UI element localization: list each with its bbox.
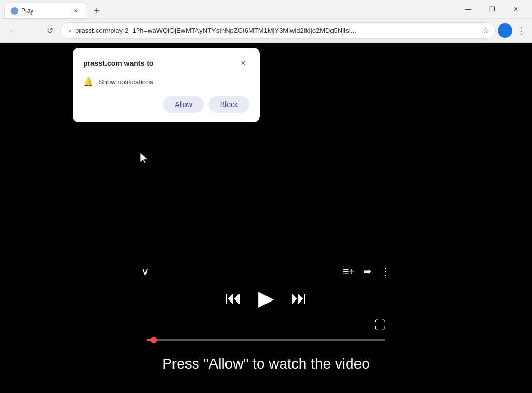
minimize-button[interactable]: — bbox=[456, 0, 480, 19]
profile-icon-label: 👤 bbox=[501, 27, 509, 34]
player-controls: ∨ ≡+ ➦ ⋮ ⏮ ▶ ⏭ ⛶ bbox=[0, 265, 532, 341]
block-button[interactable]: Block bbox=[209, 96, 249, 113]
back-button[interactable]: ← bbox=[4, 22, 21, 39]
maximize-button[interactable]: ❐ bbox=[480, 0, 504, 19]
play-button[interactable]: ▶ bbox=[258, 286, 274, 310]
top-controls: ∨ ≡+ ➦ ⋮ bbox=[141, 265, 391, 278]
browser-menu-button[interactable]: ⋮ bbox=[514, 23, 528, 38]
bell-icon: 🔔 bbox=[83, 77, 94, 87]
content-area: prasst.com wants to × 🔔 Show notificatio… bbox=[0, 43, 532, 393]
share-icon[interactable]: ➦ bbox=[363, 265, 372, 278]
new-tab-button[interactable]: + bbox=[89, 4, 104, 18]
popup-header: prasst.com wants to × bbox=[83, 57, 249, 70]
progress-area: ⛶ bbox=[147, 318, 385, 341]
skip-forward-button[interactable]: ⏭ bbox=[291, 289, 308, 308]
forward-button[interactable]: → bbox=[23, 22, 39, 39]
popup-buttons: Allow Block bbox=[83, 96, 249, 113]
more-options-icon[interactable]: ⋮ bbox=[380, 265, 391, 278]
permission-row: 🔔 Show notifications bbox=[83, 77, 249, 87]
browser-window: Play × + — ❐ ✕ ← → ↺ ⚬ prasst.com/play-2… bbox=[0, 0, 532, 393]
notification-popup: prasst.com wants to × 🔔 Show notificatio… bbox=[73, 48, 260, 122]
tab-favicon bbox=[11, 7, 18, 15]
skip-back-button[interactable]: ⏮ bbox=[225, 289, 242, 308]
queue-icon[interactable]: ≡+ bbox=[343, 266, 355, 278]
tab-title: Play bbox=[21, 7, 68, 15]
bookmark-icon[interactable]: ☆ bbox=[482, 25, 489, 35]
address-bar: ← → ↺ ⚬ prasst.com/play-2_1?h=waWQiOjEwM… bbox=[0, 19, 532, 43]
fullscreen-button[interactable]: ⛶ bbox=[374, 318, 385, 332]
profile-button[interactable]: 👤 bbox=[498, 23, 512, 38]
main-controls: ⏮ ▶ ⏭ bbox=[225, 286, 308, 310]
title-bar: Play × + — ❐ ✕ bbox=[0, 0, 532, 19]
security-icon: ⚬ bbox=[67, 27, 72, 34]
tab-close-button[interactable]: × bbox=[71, 6, 81, 16]
popup-close-button[interactable]: × bbox=[237, 57, 249, 70]
allow-button[interactable]: Allow bbox=[163, 96, 203, 113]
chevron-down-icon[interactable]: ∨ bbox=[141, 265, 149, 278]
close-window-button[interactable]: ✕ bbox=[504, 0, 528, 19]
url-text: prasst.com/play-2_1?h=waWQiOjEwMTAyNTYsI… bbox=[75, 27, 478, 34]
player-message: Press "Allow" to watch the video bbox=[0, 356, 532, 372]
progress-bar[interactable] bbox=[147, 339, 385, 341]
popup-title: prasst.com wants to bbox=[83, 59, 153, 68]
tab-area: Play × + bbox=[4, 0, 104, 18]
mouse-cursor bbox=[139, 152, 150, 164]
right-top-icons: ≡+ ➦ ⋮ bbox=[343, 265, 391, 278]
reload-button[interactable]: ↺ bbox=[42, 22, 58, 39]
progress-dot bbox=[151, 337, 157, 343]
window-controls: — ❐ ✕ bbox=[456, 0, 528, 19]
browser-tab[interactable]: Play × bbox=[4, 3, 87, 18]
svg-marker-0 bbox=[140, 153, 148, 163]
omnibox[interactable]: ⚬ prasst.com/play-2_1?h=waWQiOjEwMTAyNTY… bbox=[60, 22, 496, 39]
permission-label: Show notifications bbox=[99, 78, 153, 86]
